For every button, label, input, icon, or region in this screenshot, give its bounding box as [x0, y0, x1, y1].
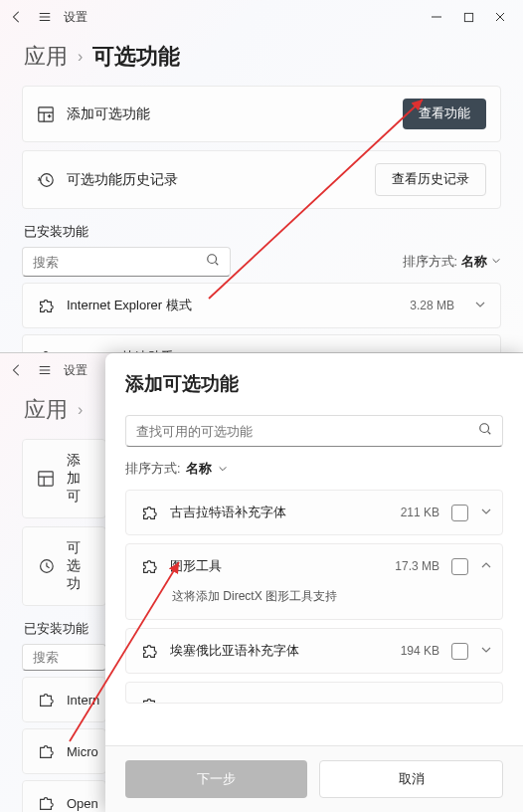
window-title: 设置: [64, 362, 87, 379]
add-feature-dialog: 添加可选功能 排序方式: 名称 古吉拉特语补充字体 211 KB: [105, 353, 523, 812]
add-feature-card: 添加可: [22, 439, 106, 518]
sort-label: 排序方式:: [403, 254, 457, 271]
close-button[interactable]: [493, 10, 507, 24]
chevron-down-icon: [491, 255, 501, 269]
search-icon: [478, 422, 492, 440]
feature-name: Intern: [67, 693, 99, 708]
feature-checkbox[interactable]: [451, 505, 468, 521]
add-feature-label: 添加可选功能: [67, 105, 391, 123]
optional-feature-row[interactable]: 埃塞俄比亚语补充字体 194 KB: [125, 628, 503, 674]
view-features-button[interactable]: 查看功能: [403, 99, 486, 129]
page-title: 可选功能: [92, 42, 180, 72]
feature-name: Open: [67, 796, 98, 811]
window-title: 设置: [64, 9, 87, 26]
back-button[interactable]: [8, 361, 26, 379]
feature-name: Micro: [67, 744, 98, 759]
history-card: 可选功: [22, 526, 106, 606]
chevron-down-icon: [218, 463, 228, 477]
feature-name: 图形工具: [170, 557, 383, 575]
next-button[interactable]: 下一步: [125, 760, 307, 798]
dialog-search-input[interactable]: [136, 424, 478, 439]
feature-row: Intern: [22, 677, 106, 722]
puzzle-icon: [37, 794, 55, 812]
feature-name: 古吉拉特语补充字体: [170, 504, 389, 521]
puzzle-icon: [37, 691, 55, 709]
feature-row: Micro: [22, 728, 106, 774]
chevron-up-icon: [480, 557, 492, 575]
feature-size: 3.28 MB: [410, 299, 454, 312]
add-layout-icon: [37, 105, 55, 123]
feature-description: 这将添加 DirectX 图形工具支持: [126, 588, 502, 619]
sort-dropdown[interactable]: 排序方式: 名称: [403, 254, 501, 271]
feature-row: Open: [22, 780, 106, 812]
sort-value: 名称: [461, 254, 487, 271]
puzzle-icon: [37, 297, 55, 314]
cancel-button[interactable]: 取消: [319, 760, 503, 798]
dialog-search-box[interactable]: [125, 415, 503, 447]
dialog-title: 添加可选功能: [125, 371, 503, 397]
search-box[interactable]: [22, 247, 231, 277]
feature-size: 17.3 MB: [395, 559, 439, 573]
feature-row[interactable]: Internet Explorer 模式 3.28 MB: [22, 283, 501, 328]
history-label: 可选功: [67, 539, 91, 593]
hamburger-button[interactable]: [36, 361, 54, 379]
add-layout-icon: [37, 470, 55, 488]
svg-point-3: [208, 255, 217, 264]
optional-feature-row[interactable]: [125, 682, 503, 704]
feature-name: 埃塞俄比亚语补充字体: [170, 642, 389, 660]
installed-section-title: 已安装功能: [24, 223, 499, 241]
svg-rect-5: [39, 472, 53, 486]
history-icon: [37, 557, 55, 575]
add-feature-card: 添加可选功能 查看功能: [22, 86, 501, 142]
breadcrumb: 应用 › 可选功能: [0, 34, 523, 86]
search-input[interactable]: [33, 255, 206, 270]
puzzle-icon: [140, 642, 158, 660]
puzzle-icon: [140, 504, 158, 521]
sort-value: 名称: [186, 461, 212, 478]
svg-rect-1: [39, 106, 53, 120]
chevron-down-icon: [480, 642, 492, 660]
feature-name: Internet Explorer 模式: [67, 297, 398, 314]
search-icon: [206, 253, 220, 271]
optional-feature-row[interactable]: 图形工具 17.3 MB 这将添加 DirectX 图形工具支持: [125, 543, 503, 620]
minimize-button[interactable]: [430, 10, 443, 24]
maximize-button[interactable]: [461, 10, 475, 24]
feature-row[interactable]: Microsoft 快速助手 3.12 MB: [22, 334, 501, 353]
feature-checkbox[interactable]: [451, 643, 468, 660]
chevron-right-icon: ›: [78, 401, 83, 419]
hamburger-button[interactable]: [36, 8, 54, 26]
svg-point-7: [480, 424, 489, 433]
feature-checkbox[interactable]: [451, 558, 468, 575]
back-button[interactable]: [8, 8, 26, 26]
feature-size: 194 KB: [401, 644, 439, 658]
breadcrumb-parent: 应用: [24, 395, 68, 425]
chevron-down-icon: [480, 504, 492, 521]
search-box[interactable]: [22, 644, 106, 671]
chevron-right-icon: ›: [78, 48, 83, 66]
view-history-button[interactable]: 查看历史记录: [375, 163, 486, 196]
breadcrumb-parent[interactable]: 应用: [24, 42, 68, 72]
history-card: 可选功能历史记录 查看历史记录: [22, 150, 501, 209]
add-feature-label: 添加可: [67, 452, 91, 506]
sort-label: 排序方式:: [125, 461, 180, 478]
history-label: 可选功能历史记录: [67, 171, 363, 189]
dialog-sort-dropdown[interactable]: 排序方式: 名称: [125, 461, 503, 478]
optional-feature-row[interactable]: 古吉拉特语补充字体 211 KB: [125, 490, 503, 535]
feature-size: 211 KB: [401, 506, 439, 519]
puzzle-icon: [140, 557, 158, 575]
svg-rect-0: [464, 13, 472, 21]
chevron-down-icon: [474, 297, 486, 314]
puzzle-icon: [140, 696, 158, 704]
puzzle-icon: [37, 742, 55, 760]
history-icon: [37, 171, 55, 189]
